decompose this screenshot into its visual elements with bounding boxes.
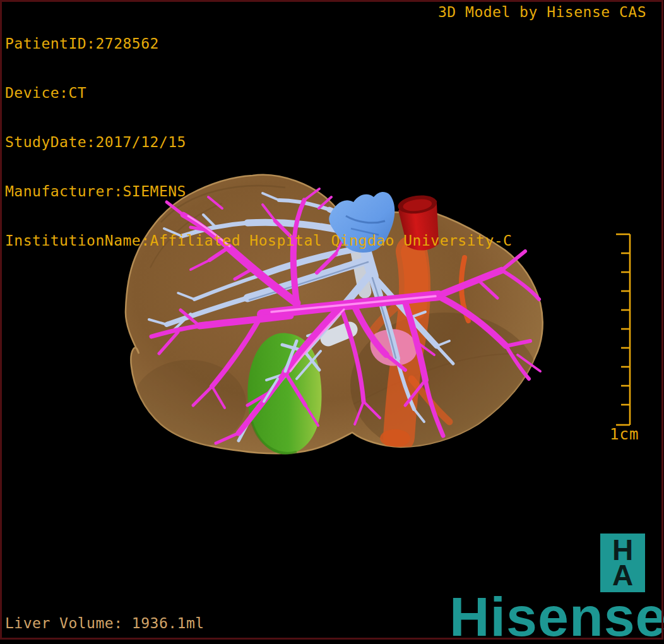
meta-patient-id: PatientID:2728562 [5, 35, 512, 52]
dicom-metadata: PatientID:2728562 Device:CT StudyDate:20… [5, 3, 512, 282]
meta-manufacturer: Manufacturer:SIEMENS [5, 183, 512, 200]
viewer-root: PatientID:2728562 Device:CT StudyDate:20… [0, 0, 664, 644]
ha-logo-letter-a: A [612, 562, 633, 588]
meta-device: Device:CT [5, 85, 512, 101]
meta-study-date: StudyDate:2017/12/15 [5, 134, 512, 150]
ha-logo-letter-h: H [612, 538, 633, 562]
scale-bar-label: 1cm [610, 426, 639, 443]
hisense-wordmark: Hisense [449, 589, 664, 644]
meta-institution: InstitutionName:Affiliated Hospital Qing… [5, 232, 512, 249]
tumor-blob [247, 333, 321, 455]
scale-bar [606, 227, 644, 436]
ha-logo-badge: H A [600, 534, 645, 592]
watermark-label: 3D Model by Hisense CAS [438, 4, 646, 20]
liver-volume-label: Liver Volume: 1936.1ml [5, 615, 205, 631]
